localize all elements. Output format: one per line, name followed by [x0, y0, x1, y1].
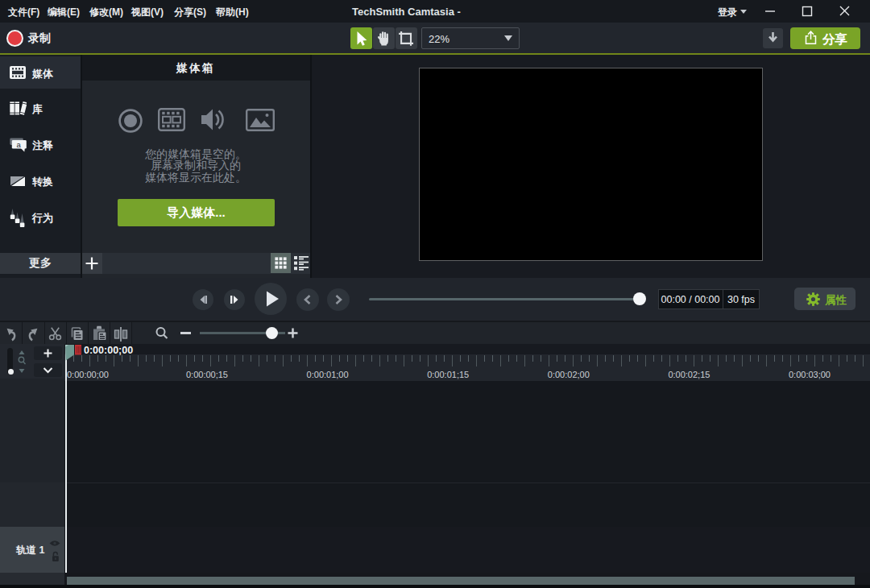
svg-text:a: a: [16, 140, 21, 149]
